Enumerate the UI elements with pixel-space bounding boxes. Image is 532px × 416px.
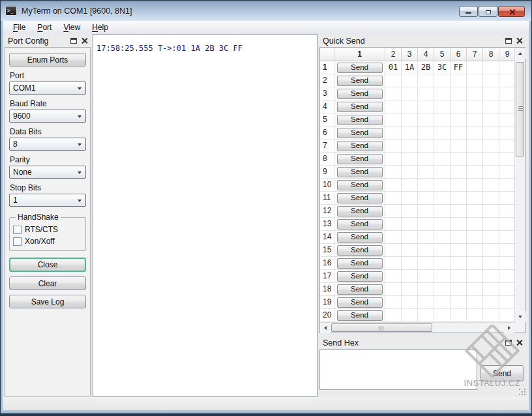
quick-send-col-header-4[interactable]: 4	[418, 48, 434, 61]
quick-send-cell-17-7[interactable]	[467, 270, 483, 283]
rts-cts-checkbox[interactable]	[13, 226, 22, 234]
quick-send-cell-10-3[interactable]	[402, 179, 418, 192]
quick-send-cell-18-4[interactable]	[418, 283, 434, 296]
quick-send-cell-17-4[interactable]	[418, 270, 434, 283]
data-bits-select[interactable]: 8	[9, 138, 86, 151]
quick-send-cell-2-2[interactable]	[385, 74, 402, 87]
send-button-row-2[interactable]: Send	[337, 76, 383, 86]
quick-send-cell-13-7[interactable]	[467, 218, 483, 231]
quick-send-cell-4-4[interactable]	[418, 100, 434, 113]
quick-send-cell-1-7[interactable]	[467, 61, 483, 74]
quick-send-cell-4-8[interactable]	[483, 100, 499, 113]
quick-send-cell-8-7[interactable]	[467, 153, 483, 166]
quick-send-close-icon[interactable]	[516, 38, 522, 44]
quick-send-cell-19-7[interactable]	[467, 296, 483, 309]
quick-send-cell-11-8[interactable]	[483, 192, 499, 205]
quick-send-col-header-7[interactable]: 7	[467, 48, 483, 61]
quick-send-cell-8-5[interactable]	[434, 153, 451, 166]
quick-send-cell-16-9[interactable]	[499, 257, 514, 270]
quick-send-cell-3-8[interactable]	[483, 87, 499, 100]
quick-send-cell-9-5[interactable]	[434, 166, 451, 179]
quick-send-cell-11-4[interactable]	[418, 192, 434, 205]
quick-send-cell-19-8[interactable]	[483, 296, 499, 309]
quick-send-cell-16-2[interactable]	[385, 257, 402, 270]
quick-send-cell-2-5[interactable]	[434, 74, 451, 87]
scroll-left-button[interactable]	[320, 323, 331, 333]
quick-send-cell-18-2[interactable]	[385, 283, 402, 296]
quick-send-cell-18-6[interactable]	[451, 283, 467, 296]
port-select[interactable]: COM1	[9, 82, 86, 95]
send-button-row-19[interactable]: Send	[337, 297, 383, 308]
quick-send-row-header-18[interactable]: 18	[320, 283, 334, 296]
quick-send-cell-8-9[interactable]	[499, 153, 514, 166]
quick-send-cell-3-9[interactable]	[499, 87, 514, 100]
quick-send-row-header-19[interactable]: 19	[320, 296, 334, 309]
quick-send-cell-16-3[interactable]	[402, 257, 418, 270]
quick-send-row-header-3[interactable]: 3	[320, 87, 334, 100]
send-button-row-13[interactable]: Send	[337, 219, 383, 230]
quick-send-cell-3-2[interactable]	[385, 87, 402, 100]
quick-send-cell-9-8[interactable]	[483, 166, 499, 179]
xon-xoff-checkbox[interactable]	[13, 237, 22, 246]
quick-send-cell-16-6[interactable]	[451, 257, 467, 270]
send-button-row-18[interactable]: Send	[337, 284, 383, 295]
quick-send-cell-13-4[interactable]	[418, 218, 434, 231]
quick-send-cell-20-6[interactable]	[451, 309, 467, 322]
quick-send-col-header-3[interactable]: 3	[402, 48, 418, 61]
send-button-row-15[interactable]: Send	[337, 245, 383, 256]
quick-send-cell-3-6[interactable]	[451, 87, 467, 100]
quick-send-cell-18-9[interactable]	[499, 283, 514, 296]
quick-send-cell-7-5[interactable]	[434, 140, 451, 153]
quick-send-cell-4-7[interactable]	[467, 100, 483, 113]
quick-send-cell-3-3[interactable]	[402, 87, 418, 100]
quick-send-cell-6-5[interactable]	[434, 126, 451, 140]
quick-send-cell-3-7[interactable]	[467, 87, 483, 100]
quick-send-cell-11-9[interactable]	[499, 192, 514, 205]
horizontal-scrollbar-thumb[interactable]	[331, 323, 432, 332]
quick-send-col-header-5[interactable]: 5	[434, 48, 451, 61]
quick-send-cell-7-8[interactable]	[483, 140, 499, 153]
baud-rate-select[interactable]: 9600	[9, 110, 86, 123]
quick-send-row-header-5[interactable]: 5	[320, 113, 334, 126]
quick-send-cell-16-4[interactable]	[418, 257, 434, 270]
quick-send-cell-7-7[interactable]	[467, 140, 483, 153]
quick-send-cell-16-8[interactable]	[483, 257, 499, 270]
minimize-button[interactable]	[459, 6, 478, 17]
quick-send-cell-9-4[interactable]	[418, 166, 434, 179]
quick-send-cell-19-2[interactable]	[385, 296, 402, 309]
quick-send-cell-10-6[interactable]	[451, 179, 467, 192]
port-config-close-icon[interactable]	[81, 38, 87, 44]
quick-send-cell-12-3[interactable]	[402, 205, 418, 218]
quick-send-cell-4-5[interactable]	[434, 100, 451, 113]
quick-send-cell-17-9[interactable]	[499, 270, 514, 283]
menu-item-view[interactable]: View	[57, 22, 86, 33]
quick-send-row-header-6[interactable]: 6	[320, 126, 334, 140]
quick-send-cell-10-7[interactable]	[467, 179, 483, 192]
send-button-row-3[interactable]: Send	[337, 89, 383, 99]
quick-send-cell-12-9[interactable]	[499, 205, 514, 218]
quick-send-cell-8-4[interactable]	[418, 153, 434, 166]
send-button-row-6[interactable]: Send	[337, 128, 383, 138]
quick-send-cell-5-4[interactable]	[418, 113, 434, 126]
quick-send-row-header-8[interactable]: 8	[320, 153, 334, 166]
quick-send-cell-17-5[interactable]	[434, 270, 451, 283]
quick-send-cell-12-2[interactable]	[385, 205, 402, 218]
quick-send-cell-14-2[interactable]	[385, 231, 402, 244]
quick-send-cell-17-3[interactable]	[402, 270, 418, 283]
quick-send-cell-7-3[interactable]	[402, 140, 418, 153]
quick-send-cell-9-9[interactable]	[499, 166, 514, 179]
horizontal-scrollbar[interactable]	[320, 322, 514, 333]
parity-select[interactable]: None	[9, 166, 86, 179]
quick-send-cell-15-7[interactable]	[467, 244, 483, 257]
send-button-row-11[interactable]: Send	[337, 193, 383, 203]
quick-send-cell-7-4[interactable]	[418, 140, 434, 153]
quick-send-cell-12-8[interactable]	[483, 205, 499, 218]
send-button-row-20[interactable]: Send	[337, 310, 383, 321]
quick-send-cell-20-7[interactable]	[467, 309, 483, 322]
quick-send-cell-4-6[interactable]	[451, 100, 467, 113]
quick-send-cell-13-9[interactable]	[499, 218, 514, 231]
quick-send-cell-4-2[interactable]	[385, 100, 402, 113]
quick-send-cell-9-6[interactable]	[451, 166, 467, 179]
quick-send-cell-10-5[interactable]	[434, 179, 451, 192]
quick-send-cell-16-7[interactable]	[467, 257, 483, 270]
